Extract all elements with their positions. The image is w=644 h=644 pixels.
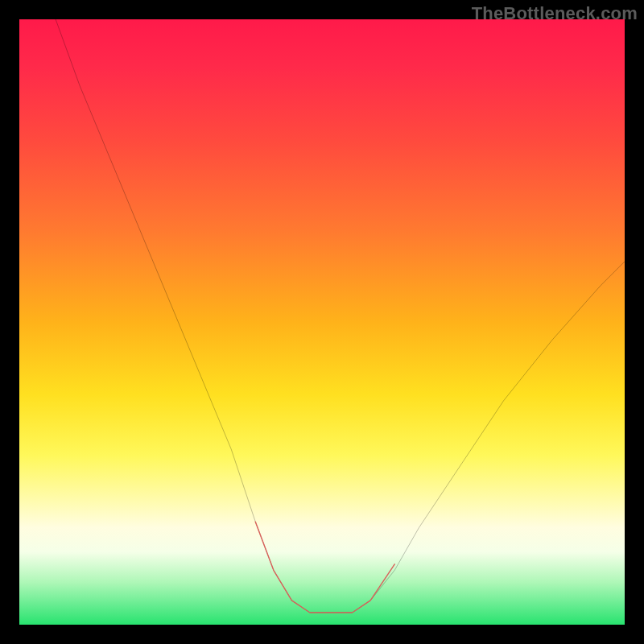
plateau-highlight (255, 522, 394, 613)
curve-layer (19, 19, 625, 625)
bottleneck-curve (56, 19, 625, 613)
chart-frame: TheBottleneck.com (0, 0, 644, 644)
watermark-text: TheBottleneck.com (472, 3, 638, 24)
plot-area (19, 19, 625, 625)
